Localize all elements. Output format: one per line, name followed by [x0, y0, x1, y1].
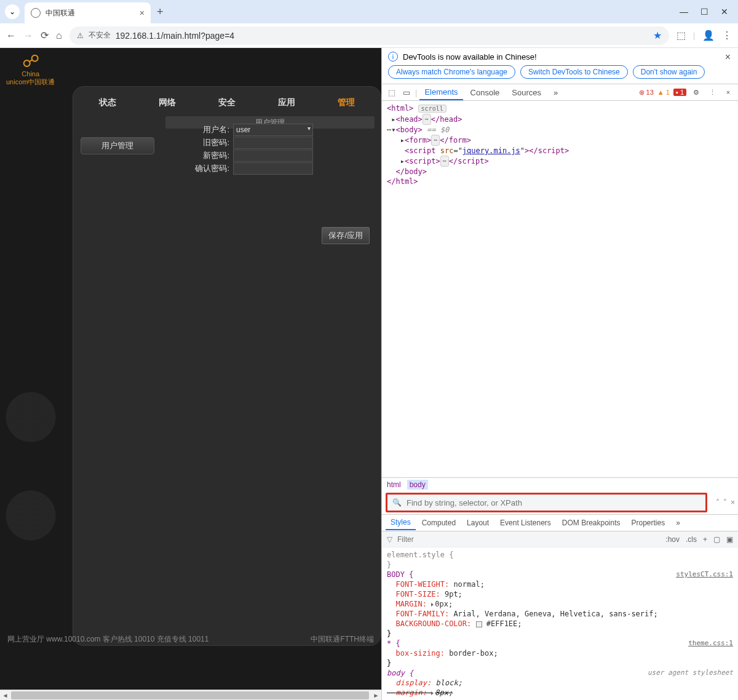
- oldpw-input[interactable]: [233, 137, 313, 149]
- minimize-button[interactable]: —: [680, 7, 688, 17]
- profile-icon[interactable]: 👤: [702, 30, 715, 41]
- admin-panel: 状态 网络 安全 应用 管理 用户管理 用户管理 用户名: user: [73, 86, 381, 646]
- newpw-label: 新密码:: [165, 150, 233, 161]
- username-select[interactable]: user: [233, 124, 313, 136]
- globe-icon: [31, 8, 41, 18]
- url-text: 192.168.1.1/main.html?page=4: [116, 31, 234, 41]
- chip-dont-show[interactable]: Don't show again: [633, 65, 705, 79]
- hov-toggle[interactable]: :hov: [665, 535, 680, 544]
- chip-switch-chinese[interactable]: Switch DevTools to Chinese: [520, 65, 628, 79]
- browser-tab-bar: ⌄ 中国联通 × + — ☐ ✕: [0, 0, 738, 23]
- rendering-icon[interactable]: ▣: [726, 535, 733, 544]
- footer-right: 中国联通FTTH终端: [311, 634, 374, 645]
- main-nav: 状态 网络 安全 应用 管理: [73, 92, 381, 114]
- devtools-close-icon[interactable]: ×: [722, 89, 734, 96]
- devtools-search[interactable]: 🔍 ˄ ˅ ×: [386, 493, 707, 512]
- warning-badge[interactable]: ▲ 1: [657, 89, 670, 96]
- sidebar-user-mgmt[interactable]: 用户管理: [81, 137, 154, 154]
- search-close-icon[interactable]: ×: [731, 498, 735, 507]
- info-text: DevTools is now available in Chinese!: [403, 52, 537, 62]
- close-icon[interactable]: ×: [140, 8, 145, 18]
- reload-button[interactable]: ⟳: [41, 30, 49, 41]
- error-badge[interactable]: ⊗ 13: [639, 89, 654, 97]
- username-label: 用户名:: [165, 124, 233, 135]
- new-tab-button[interactable]: +: [157, 6, 164, 18]
- nav-tab-status[interactable]: 状态: [78, 97, 138, 108]
- address-bar: ← → ⟳ ⌂ ⚠ 不安全 192.168.1.1/main.html?page…: [0, 23, 738, 48]
- search-icon: 🔍: [392, 498, 402, 507]
- breadcrumb-body[interactable]: body: [407, 480, 428, 490]
- oldpw-label: 旧密码:: [165, 137, 233, 148]
- kebab-icon[interactable]: ⋮: [706, 89, 718, 97]
- forward-button: →: [23, 30, 33, 41]
- new-rule-icon[interactable]: +: [703, 535, 707, 544]
- dom-tree[interactable]: <html> scroll ▸<head>⋯</head> ⋯▾<body> =…: [382, 101, 738, 477]
- page-footer: 网上营业厅 www.10010.com 客户热线 10010 充值专线 1001…: [0, 634, 381, 645]
- tab-title: 中国联通: [46, 8, 135, 18]
- devtools-panel: i DevTools is now available in Chinese! …: [381, 48, 738, 700]
- tab-computed[interactable]: Computed: [417, 516, 461, 530]
- nav-tab-apps[interactable]: 应用: [256, 97, 316, 108]
- logo-text-2: unicom中国联通: [6, 78, 55, 86]
- styles-filter-row: ▽ :hov .cls + ▢ ▣: [382, 531, 738, 547]
- dom-breadcrumb: html body: [382, 477, 738, 491]
- horizontal-scrollbar[interactable]: ◄ ►: [0, 690, 381, 700]
- extensions-icon[interactable]: ⬚: [676, 30, 686, 41]
- tab-event-listeners[interactable]: Event Listeners: [495, 516, 556, 530]
- confirmpw-input[interactable]: [233, 162, 313, 175]
- nav-tab-security[interactable]: 安全: [197, 97, 257, 108]
- filter-input[interactable]: [397, 535, 471, 544]
- tab-styles[interactable]: Styles: [386, 515, 416, 530]
- tab-console[interactable]: Console: [466, 86, 505, 100]
- search-input[interactable]: [407, 498, 700, 507]
- gear-icon[interactable]: ⚙: [690, 89, 702, 97]
- source-link-2[interactable]: theme.css:1: [688, 638, 733, 648]
- search-next-icon[interactable]: ˅: [723, 498, 727, 507]
- chip-always-match[interactable]: Always match Chrome's language: [388, 65, 515, 79]
- tab-elements[interactable]: Elements: [419, 85, 462, 100]
- scroll-left-arrow[interactable]: ◄: [0, 690, 10, 700]
- devtools-infobar: i DevTools is now available in Chinese!: [382, 48, 738, 65]
- menu-icon[interactable]: ⋮: [722, 30, 732, 41]
- computed-icon[interactable]: ▢: [713, 535, 720, 544]
- tab-dom-breakpoints[interactable]: DOM Breakpoints: [557, 516, 625, 530]
- styles-body[interactable]: element.style { } stylesCT.css:1BODY { F…: [382, 547, 738, 700]
- tab-properties[interactable]: Properties: [627, 516, 670, 530]
- url-bar[interactable]: ⚠ 不安全 192.168.1.1/main.html?page=4 ★: [69, 26, 669, 45]
- logo: ☍ China unicom中国联通: [6, 53, 55, 87]
- scroll-thumb[interactable]: [11, 691, 369, 699]
- confirmpw-label: 确认密码:: [165, 163, 233, 174]
- maximize-button[interactable]: ☐: [700, 7, 708, 17]
- cls-toggle[interactable]: .cls: [686, 535, 697, 544]
- page-content: ☍ China unicom中国联通 状态 网络 安全 应用 管理 用户管理 用…: [0, 48, 381, 700]
- inspect-icon[interactable]: ⬚: [386, 88, 398, 97]
- devtools-toolbar: ⬚ ▭ | Elements Console Sources » ⊗ 13 ▲ …: [382, 84, 738, 101]
- source-link-1[interactable]: stylesCT.css:1: [676, 570, 733, 579]
- newpw-input[interactable]: [233, 149, 313, 162]
- filter-icon: ▽: [387, 535, 392, 544]
- close-window-button[interactable]: ✕: [721, 7, 728, 17]
- tab-sources[interactable]: Sources: [507, 86, 546, 100]
- device-icon[interactable]: ▭: [400, 88, 413, 97]
- insecure-label: 不安全: [89, 30, 111, 41]
- scroll-right-arrow[interactable]: ►: [371, 690, 381, 700]
- insecure-icon: ⚠: [77, 31, 84, 40]
- back-button[interactable]: ←: [6, 30, 16, 41]
- home-button[interactable]: ⌂: [56, 30, 62, 41]
- save-button[interactable]: 保存/应用: [322, 227, 370, 244]
- tab-styles-more[interactable]: »: [671, 516, 685, 530]
- tab-more[interactable]: »: [549, 86, 563, 100]
- nav-tab-network[interactable]: 网络: [138, 97, 197, 108]
- tab-search-dropdown[interactable]: ⌄: [5, 4, 20, 19]
- info-badge[interactable]: ▪ 1: [673, 89, 686, 96]
- styles-tabbar: Styles Computed Layout Event Listeners D…: [382, 514, 738, 531]
- breadcrumb-html[interactable]: html: [387, 480, 401, 489]
- info-icon: i: [388, 52, 398, 62]
- bookmark-star-icon[interactable]: ★: [653, 30, 662, 41]
- logo-text-1: China: [22, 70, 39, 78]
- tab-layout[interactable]: Layout: [462, 516, 494, 530]
- search-prev-icon[interactable]: ˄: [716, 498, 720, 507]
- nav-tab-manage[interactable]: 管理: [316, 97, 376, 108]
- infobar-close-icon[interactable]: ×: [725, 52, 731, 63]
- browser-tab[interactable]: 中国联通 ×: [25, 2, 151, 23]
